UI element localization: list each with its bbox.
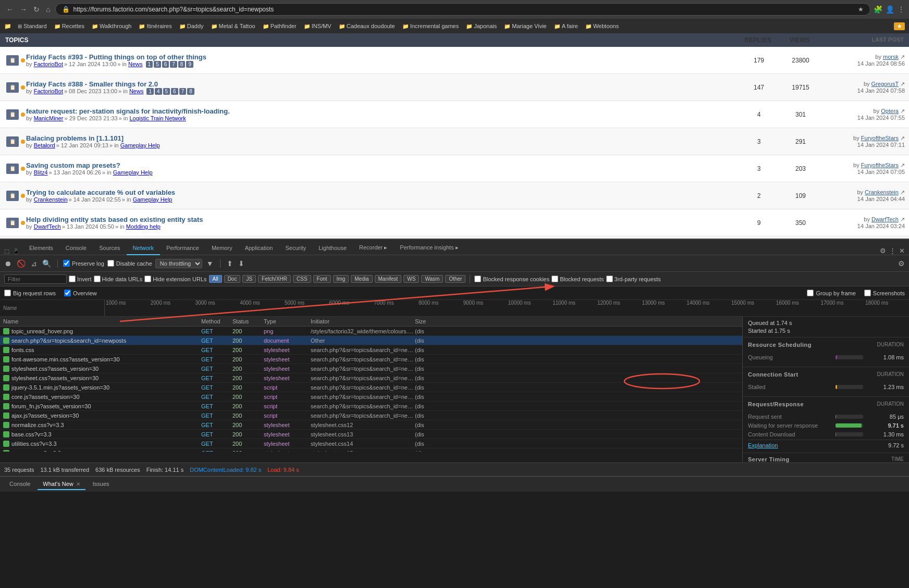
refresh-button[interactable]: ↻ (31, 4, 42, 15)
topic-title[interactable]: Friday Facts #393 - Putting things on to… (26, 53, 738, 61)
bookmark-incremental[interactable]: 📁 Incremental games (399, 22, 462, 30)
devtools-device-icon[interactable]: 📱 (13, 248, 20, 255)
settings-icon[interactable]: ⚙ (897, 258, 906, 269)
network-row[interactable]: forum_fn.js?assets_version=30 GET 200 sc… (0, 402, 742, 411)
network-row[interactable]: stylesheet.css?assets_version=30 GET 200… (0, 373, 742, 383)
group-by-frame-label[interactable]: Group by frame (807, 290, 855, 296)
preserve-log-checkbox[interactable] (63, 260, 70, 267)
network-row[interactable]: fonts.css GET 200 stylesheet search.php?… (0, 345, 742, 355)
bottom-tab-issues[interactable]: Issues (88, 479, 115, 490)
filter-icon[interactable]: ⊿ (30, 258, 38, 269)
filter-wasm[interactable]: Wasm (421, 275, 443, 283)
devtools-settings-icon[interactable]: ⚙ (880, 247, 886, 255)
tab-lighthouse[interactable]: Lighthouse (312, 242, 353, 255)
topic-category-link[interactable]: Gameplay Help (133, 196, 173, 203)
lastpost-author-link[interactable]: Crankenstein (865, 189, 899, 195)
hide-extension-urls-checkbox[interactable]: Hide extension URLs (144, 276, 206, 282)
profile-icon[interactable]: 👤 (886, 5, 894, 14)
lastpost-author-link[interactable]: FuryoftheStars (861, 162, 899, 168)
address-bar[interactable]: 🔒 https://forums.factorio.com/search.php… (55, 3, 870, 16)
filter-manifest[interactable]: Manifest (375, 275, 402, 283)
close-whats-new-icon[interactable]: ✕ (76, 481, 80, 487)
tab-console[interactable]: Console (59, 242, 93, 255)
bookmark-webtoons[interactable]: 📁 Webtoons (582, 22, 622, 30)
tab-security[interactable]: Security (279, 242, 312, 255)
extensions-icon[interactable]: 🧩 (874, 5, 882, 14)
blocked-requests-checkbox[interactable]: Blocked requests (551, 276, 604, 282)
network-row[interactable]: utilities.css?v=3.3 GET 200 stylesheet s… (0, 439, 742, 448)
bookmark-japonais[interactable]: 📁 Japonais (463, 22, 500, 30)
topic-category-link[interactable]: Gameplay Help (113, 169, 153, 176)
search-icon[interactable]: 🔍 (41, 258, 52, 269)
topic-title[interactable]: Saving custom map presets? (26, 161, 738, 169)
devtools-inspect-icon[interactable]: ⬚ (4, 248, 9, 255)
topic-category-link[interactable]: Logistic Train Network (129, 115, 186, 121)
network-row[interactable]: core.js?assets_version=30 GET 200 script… (0, 392, 742, 402)
topic-author-link[interactable]: Blitz4 (34, 169, 48, 176)
filter-js[interactable]: JS (242, 275, 256, 283)
network-row[interactable]: font-awesome.min.css?assets_version=30 G… (0, 355, 742, 364)
blocked-cookies-checkbox[interactable]: Blocked response cookies (474, 276, 549, 282)
explanation-link[interactable]: Explanation (748, 442, 778, 448)
topic-category-link[interactable]: News (129, 88, 144, 94)
filter-ws[interactable]: WS (403, 275, 419, 283)
clear-icon[interactable]: 🚫 (16, 258, 27, 269)
topic-category-link[interactable]: Modding help (126, 223, 161, 230)
screenshots-label[interactable]: Screenshots (864, 290, 905, 296)
bookmark-cadeaux[interactable]: 📁 Cadeaux doudoute (336, 22, 398, 30)
network-row[interactable]: topic_unread_hover.png GET 200 png /styl… (0, 327, 742, 336)
topic-category-link[interactable]: News (128, 61, 143, 67)
export-icon[interactable]: ⬇ (237, 258, 245, 269)
forward-button[interactable]: → (18, 4, 29, 15)
home-button[interactable]: ⌂ (44, 4, 52, 15)
filter-doc[interactable]: Doc (224, 275, 241, 283)
filter-img[interactable]: Img (333, 275, 349, 283)
network-row[interactable]: common.css?v=3.3 GET 200 stylesheet styl… (0, 448, 742, 452)
big-request-rows-label[interactable]: Big request rows (4, 290, 56, 296)
bookmark-standard[interactable]: ⊞ Standard (15, 22, 50, 30)
filter-all[interactable]: All (209, 275, 222, 283)
bookmark-recettes[interactable]: 📁 Recettes (51, 22, 88, 30)
group-by-frame-checkbox[interactable] (807, 290, 814, 296)
topic-author-link[interactable]: ManicMiner (34, 115, 64, 121)
bottom-tab-whats-new[interactable]: What's New ✕ (38, 479, 85, 490)
lastpost-author-link[interactable]: GregorusT (871, 81, 899, 87)
bookmark-pathfinder[interactable]: 📁 Pathfinder (260, 22, 300, 30)
network-row[interactable]: normalize.css?v=3.3 GET 200 stylesheet s… (0, 420, 742, 430)
disable-cache-label[interactable]: Disable cache (107, 260, 152, 267)
topic-author-link[interactable]: FactorioBot (34, 88, 63, 94)
filter-fetch-xhr[interactable]: Fetch/XHR (258, 275, 291, 283)
topic-author-link[interactable]: Betalord (34, 142, 55, 148)
tab-performance[interactable]: Performance (160, 242, 205, 255)
bookmark-ins[interactable]: 📁 INS/MV (301, 22, 335, 30)
devtools-close-icon[interactable]: ✕ (899, 247, 905, 255)
tab-application[interactable]: Application (239, 242, 279, 255)
tab-memory[interactable]: Memory (205, 242, 239, 255)
network-row[interactable]: jquery-3.5.1.min.js?assets_version=30 GE… (0, 383, 742, 392)
bottom-tab-console[interactable]: Console (4, 479, 35, 490)
throttle-arrow-icon[interactable]: ▼ (205, 258, 215, 269)
import-icon[interactable]: ⬆ (226, 258, 234, 269)
3rd-party-checkbox[interactable]: 3rd-party requests (606, 276, 661, 282)
tab-performance-insights[interactable]: Performance insights ▸ (394, 241, 464, 255)
disable-cache-checkbox[interactable] (107, 260, 114, 267)
hide-data-urls-checkbox[interactable]: Hide data URLs (94, 276, 143, 282)
topic-author-link[interactable]: DwarfTech (34, 223, 61, 230)
screenshots-checkbox[interactable] (864, 290, 871, 296)
topic-author-link[interactable]: Crankenstein (34, 196, 68, 203)
topic-author-link[interactable]: FactorioBot (34, 61, 63, 67)
filter-other[interactable]: Other (445, 275, 465, 283)
overview-label[interactable]: Overview (64, 290, 97, 296)
tab-elements[interactable]: Elements (23, 242, 59, 255)
bookmark-afaire[interactable]: 📁 A faire (551, 22, 581, 30)
record-icon[interactable]: ⏺ (3, 258, 13, 269)
topic-title[interactable]: Friday Facts #388 - Smaller things for 2… (26, 80, 738, 88)
preserve-log-label[interactable]: Preserve log (63, 260, 104, 267)
devtools-more-icon[interactable]: ⋮ (889, 247, 896, 255)
filter-input[interactable] (4, 274, 67, 284)
network-row[interactable]: ajax.js?assets_version=30 GET 200 script… (0, 411, 742, 420)
topic-title[interactable]: Help dividing entity stats based on exis… (26, 216, 738, 223)
topic-title[interactable]: feature request: per-station signals for… (26, 107, 738, 115)
tab-recorder[interactable]: Recorder ▸ (353, 241, 394, 255)
topic-title[interactable]: Trying to calculate accurate % out of va… (26, 189, 738, 196)
